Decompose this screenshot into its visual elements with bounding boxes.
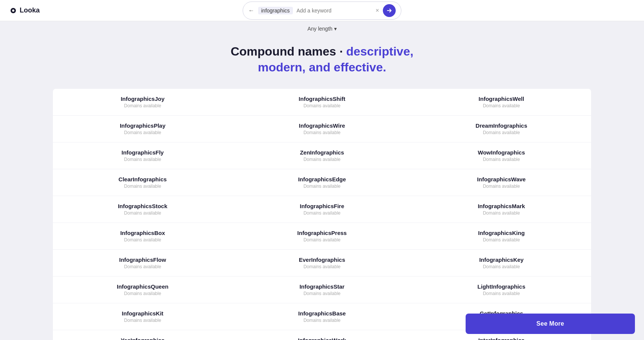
search-tag: infographics [258, 7, 293, 14]
domain-status: Domains available [303, 210, 341, 216]
domain-status: Domains available [303, 157, 341, 162]
name-cell[interactable]: LightInfographicsDomains available [412, 277, 591, 303]
filter-label: Any length [307, 26, 332, 32]
name-cell[interactable]: ZenInfographicsDomains available [232, 142, 412, 169]
name-title: WowInfographics [478, 149, 525, 156]
name-cell[interactable]: InfographicsKitDomains available [53, 303, 232, 330]
name-title: YesInfographics [121, 337, 164, 340]
arrow-right-icon [386, 8, 392, 14]
name-title: InfographicsWork [298, 337, 346, 340]
clear-button[interactable]: × [376, 7, 379, 14]
name-title: InfographicsBase [298, 310, 346, 317]
name-cell[interactable]: YesInfographicsDomains available [53, 330, 232, 340]
filter-bar: Any length ▾ [0, 21, 644, 35]
domain-status: Domains available [303, 237, 341, 243]
name-cell[interactable]: WowInfographicsDomains available [412, 142, 591, 169]
search-input[interactable] [297, 8, 372, 14]
domain-status: Domains available [303, 184, 341, 189]
domain-status: Domains available [483, 157, 520, 162]
name-cell[interactable]: InfographicsWorkDomains available [232, 330, 412, 340]
names-grid: InfographicsJoyDomains availableInfograp… [53, 89, 591, 340]
name-cell[interactable]: InfographicsFireDomains available [232, 196, 412, 223]
name-title: DreamInfographics [475, 122, 527, 129]
domain-status: Domains available [124, 264, 161, 269]
name-title: ZenInfographics [300, 149, 344, 156]
domain-status: Domains available [483, 103, 520, 108]
length-filter-button[interactable]: Any length ▾ [307, 26, 336, 32]
search-submit-button[interactable] [383, 4, 396, 17]
name-cell[interactable]: InfographicsPlayDomains available [53, 116, 232, 142]
logo: Looka [9, 6, 40, 15]
domain-status: Domains available [483, 237, 520, 243]
heading-accent1: descriptive, [346, 45, 413, 58]
name-title: LightInfographics [477, 283, 525, 290]
name-cell[interactable]: InfographicsWaveDomains available [412, 169, 591, 196]
domain-status: Domains available [303, 291, 341, 296]
name-cell[interactable]: InfographicsKeyDomains available [412, 250, 591, 277]
domain-status: Domains available [124, 157, 161, 162]
name-title: InfographicsQueen [117, 283, 169, 290]
name-title: InfographicsKit [122, 310, 163, 317]
name-title: InfographicsWave [477, 176, 526, 182]
name-cell[interactable]: InfographicsJoyDomains available [53, 89, 232, 116]
name-cell[interactable]: InfographicsWellDomains available [412, 89, 591, 116]
domain-status: Domains available [303, 103, 341, 108]
domain-status: Domains available [483, 291, 520, 296]
name-title: InfographicsKing [478, 230, 525, 236]
name-cell[interactable]: ClearInfographicsDomains available [53, 169, 232, 196]
name-title: EverInfographics [299, 257, 345, 263]
name-cell[interactable]: InfographicsEdgeDomains available [232, 169, 412, 196]
page-title: Compound names · descriptive, modern, an… [53, 44, 591, 75]
domain-status: Domains available [124, 318, 161, 323]
name-title: InfographicsJoy [121, 96, 164, 102]
name-title: ClearInfographics [119, 176, 167, 182]
back-button[interactable]: ← [248, 7, 254, 14]
name-cell[interactable]: DreamInfographicsDomains available [412, 116, 591, 142]
name-cell[interactable]: InfographicsWireDomains available [232, 116, 412, 142]
name-cell[interactable]: EverInfographicsDomains available [232, 250, 412, 277]
name-title: InfographicsFly [121, 149, 164, 156]
name-cell[interactable]: InfographicsShiftDomains available [232, 89, 412, 116]
name-title: InfographicsMark [478, 203, 525, 209]
name-title: InfographicsKey [479, 257, 524, 263]
heading-accent2: modern, and effective. [258, 60, 386, 74]
header: Looka ← infographics × [0, 0, 644, 21]
main-content: Compound names · descriptive, modern, an… [0, 35, 644, 340]
page-heading: Compound names · descriptive, modern, an… [53, 44, 591, 75]
domain-status: Domains available [303, 264, 341, 269]
name-title: InfographicsBox [120, 230, 165, 236]
domain-status: Domains available [124, 237, 161, 243]
name-title: InfographicsEdge [298, 176, 346, 182]
name-cell[interactable]: InfographicsStarDomains available [232, 277, 412, 303]
name-title: InfographicsPress [297, 230, 347, 236]
name-title: InfographicsStar [299, 283, 344, 290]
see-more-button[interactable]: See More [466, 314, 635, 334]
name-cell[interactable]: InfographicsBaseDomains available [232, 303, 412, 330]
domain-status: Domains available [483, 264, 520, 269]
name-title: InfographicsFlow [119, 257, 166, 263]
domain-status: Domains available [303, 130, 341, 135]
name-cell[interactable]: InfographicsStockDomains available [53, 196, 232, 223]
chevron-down-icon: ▾ [334, 26, 337, 32]
name-title: InfographicsPlay [120, 122, 166, 129]
domain-status: Domains available [124, 291, 161, 296]
name-title: InfographicsWire [299, 122, 345, 129]
name-cell[interactable]: InfographicsMarkDomains available [412, 196, 591, 223]
looka-logo-icon [9, 6, 17, 15]
domain-status: Domains available [303, 318, 341, 323]
search-bar: ← infographics × [243, 2, 401, 20]
name-title: InfographicsShift [299, 96, 345, 102]
domain-status: Domains available [483, 210, 520, 216]
name-cell[interactable]: InfographicsFlowDomains available [53, 250, 232, 277]
name-cell[interactable]: InfographicsKingDomains available [412, 223, 591, 250]
name-title: InfographicsFire [300, 203, 344, 209]
domain-status: Domains available [483, 184, 520, 189]
logo-text: Looka [20, 6, 40, 14]
domain-status: Domains available [483, 130, 520, 135]
domain-status: Domains available [124, 103, 161, 108]
name-cell[interactable]: InfographicsFlyDomains available [53, 142, 232, 169]
name-cell[interactable]: InfographicsBoxDomains available [53, 223, 232, 250]
name-cell[interactable]: InfographicsQueenDomains available [53, 277, 232, 303]
name-cell[interactable]: InfographicsPressDomains available [232, 223, 412, 250]
name-title: InfographicsWell [478, 96, 524, 102]
